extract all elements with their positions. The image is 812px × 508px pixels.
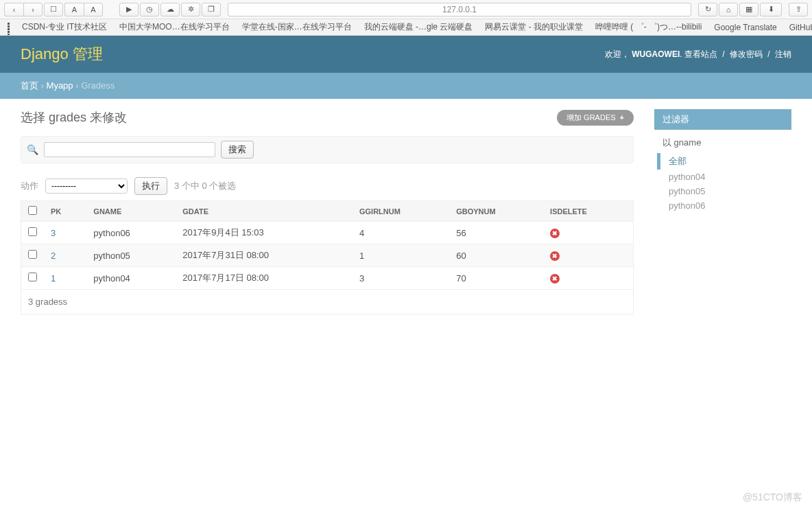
cell-gboynum: 60 [449,244,543,267]
welcome-text: 欢迎， [605,49,630,59]
table-row: 2python052017年7月31日 08:00160✖ [21,244,634,267]
selection-count: 3 个中 0 个被选 [174,180,236,192]
cell-gname: python04 [86,267,176,290]
site-title[interactable]: Django 管理 [21,44,103,65]
table-row: 1python042017年7月17日 08:00370✖ [21,267,634,290]
bookmark-item[interactable]: Google Translate [714,23,776,32]
filter-option[interactable]: python05 [657,184,789,198]
user-tools: 欢迎， WUGAOWEI. 查看站点 / 修改密码 / 注销 [605,49,791,60]
download-icon[interactable]: ⬇ [760,3,782,16]
changepw-link[interactable]: 修改密码 [730,49,763,59]
search-input[interactable] [44,142,215,157]
home-icon[interactable]: ⌂ [719,3,738,16]
cell-ggirlnum: 3 [353,267,449,290]
filter-title: 过滤器 [654,109,791,130]
cloud-icon[interactable]: ☁ [160,3,180,16]
actions-select[interactable]: --------- [45,178,128,194]
filter-option[interactable]: 全部 [657,153,789,170]
col-gname[interactable]: GNAME [86,201,176,222]
apps-icon[interactable] [7,23,10,32]
search-button[interactable]: 搜索 [221,141,254,159]
gear-icon[interactable]: ✲ [181,3,200,16]
cell-ggirlnum: 4 [353,222,449,244]
cell-gboynum: 70 [449,267,543,290]
row-checkbox[interactable] [28,273,37,281]
filter-panel: 过滤器 以 gname 全部python04python05python06 [654,109,791,220]
bookmark-item[interactable]: 我的云端硬盘 -…gle 云端硬盘 [364,21,473,33]
cell-gname: python05 [86,244,176,267]
breadcrumb-current: Gradess [81,80,115,91]
cell-gboynum: 56 [449,222,543,244]
back-button[interactable]: ‹ [4,3,23,16]
result-table: PK GNAME GDATE GGIRLNUM GBOYNUM ISDELETE… [21,200,634,290]
bookmark-item[interactable]: CSDN-专业 IT技术社区 [22,21,107,33]
delete-icon: ✖ [550,251,560,261]
select-all-checkbox[interactable] [28,206,37,215]
col-gdate[interactable]: GDATE [176,201,353,222]
text-size-up[interactable]: A [84,3,103,16]
bookmark-item[interactable]: 哗哩哗哩 ( ゜- ゜)つ…--bilibili [595,21,702,33]
go-button[interactable]: 执行 [134,177,167,195]
history-icon[interactable]: ◷ [140,3,159,16]
row-checkbox[interactable] [28,250,37,259]
page-title: 选择 grades 来修改 [21,109,127,126]
add-button[interactable]: 增加 GRADES + [557,110,634,126]
pk-link[interactable]: 1 [51,273,56,284]
text-size-down[interactable]: A [64,3,84,16]
bookmark-item[interactable]: 网易云课堂 - 我的职业课堂 [485,21,583,33]
add-button-label: 增加 GRADES [566,113,616,123]
delete-icon: ✖ [550,229,560,238]
breadcrumb: 首页 › Myapp › Gradess [0,73,812,99]
bookmarks-bar: CSDN-专业 IT技术社区 中国大学MOO…在线学习平台 学堂在线-国家…在线… [0,19,812,36]
result-summary: 3 gradess [21,290,634,314]
cell-gdate: 2017年9月4日 15:03 [176,222,353,244]
actions-label: 动作 [21,180,38,192]
bookmark-item[interactable]: 中国大学MOO…在线学习平台 [119,21,230,33]
col-pk[interactable]: PK [44,201,86,222]
filter-by-label: 以 gname [654,130,791,153]
plus-icon: + [620,113,624,122]
tabs-icon[interactable]: ❐ [202,3,221,16]
actions-row: 动作 --------- 执行 3 个中 0 个被选 [21,177,634,195]
browser-toolbar: ‹ › ☐ A A ▶ ◷ ☁ ✲ ❐ 127.0.0.1 ↻ ⌂ ▦ ⬇ ⇪ [0,0,812,19]
col-ggirlnum[interactable]: GGIRLNUM [353,201,449,222]
logout-link[interactable]: 注销 [775,49,791,59]
col-gboynum[interactable]: GBOYNUM [449,201,543,222]
filter-option[interactable]: python04 [657,170,789,184]
col-isdelete[interactable]: ISDELETE [543,201,633,222]
username: WUGAOWEI [632,49,680,59]
share-icon[interactable]: ⇪ [789,3,808,16]
row-checkbox[interactable] [28,227,37,236]
cell-gdate: 2017年7月17日 08:00 [176,267,353,290]
sidebar-toggle-icon[interactable]: ☐ [44,3,63,16]
search-bar: 🔍 搜索 [21,136,634,163]
bookmark-item[interactable]: GitHub [789,23,812,32]
breadcrumb-home[interactable]: 首页 [21,80,38,91]
table-row: 3python062017年9月4日 15:03456✖ [21,222,634,244]
cell-gname: python06 [86,222,176,244]
delete-icon: ✖ [550,274,560,284]
cell-ggirlnum: 1 [353,244,449,267]
bookmark-item[interactable]: 学堂在线-国家…在线学习平台 [242,21,352,33]
filter-option[interactable]: python06 [657,198,789,213]
breadcrumb-app[interactable]: Myapp [47,80,73,91]
url-bar[interactable]: 127.0.0.1 [228,3,691,16]
pk-link[interactable]: 2 [51,251,56,261]
reader-icon[interactable]: ▶ [119,3,139,16]
search-icon: 🔍 [27,144,38,155]
cell-gdate: 2017年7月31日 08:00 [176,244,353,267]
pk-link[interactable]: 3 [51,228,56,238]
site-header: Django 管理 欢迎， WUGAOWEI. 查看站点 / 修改密码 / 注销 [0,36,812,73]
reload-icon[interactable]: ↻ [698,3,717,16]
viewsite-link[interactable]: 查看站点 [684,49,717,59]
grid-icon[interactable]: ▦ [739,3,759,16]
forward-button[interactable]: › [23,3,43,16]
